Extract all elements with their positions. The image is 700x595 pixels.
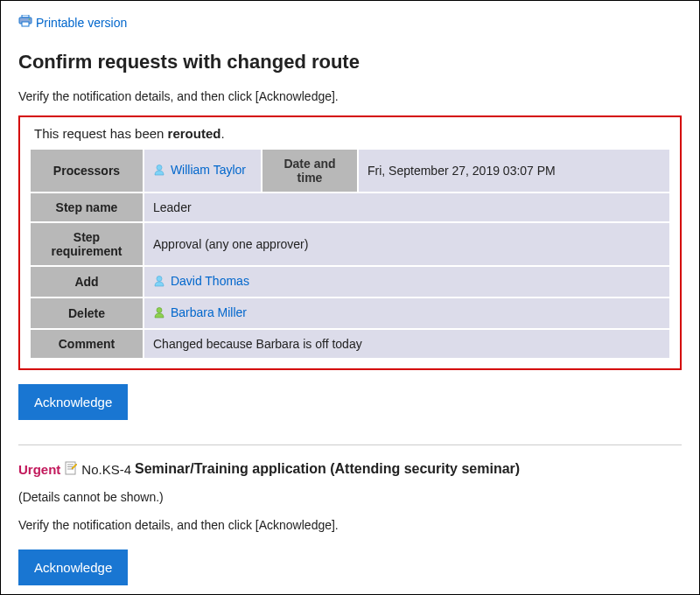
acknowledge-button[interactable]: Acknowledge <box>18 384 128 420</box>
document-icon <box>64 461 78 478</box>
printable-version-label: Printable version <box>36 16 127 30</box>
printable-version-link[interactable]: Printable version <box>18 15 127 30</box>
reroute-message: This request has been rerouted. <box>29 126 671 141</box>
processors-label: Processors <box>30 149 144 192</box>
document-number: No.KS-4 <box>81 462 131 477</box>
comment-value: Changed because Barbara is off today <box>144 329 670 359</box>
instruction-text-2: Verify the notification details, and the… <box>18 518 682 532</box>
details-hidden-text: (Details cannot be shown.) <box>18 490 682 504</box>
delete-user-link[interactable]: Barbara Miller <box>171 305 247 319</box>
steprequirement-value: Approval (any one approver) <box>144 222 670 266</box>
add-value: David Thomas <box>144 266 670 298</box>
svg-point-3 <box>29 18 31 20</box>
datetime-value: Fri, September 27, 2019 03:07 PM <box>358 149 670 192</box>
acknowledge-button-2[interactable]: Acknowledge <box>18 550 128 585</box>
processor-user-link[interactable]: William Taylor <box>171 163 246 177</box>
stepname-label: Step name <box>30 192 144 222</box>
urgent-label: Urgent <box>18 462 60 477</box>
processors-value: William Taylor <box>144 149 262 192</box>
person-icon <box>153 164 165 178</box>
second-request-header: Urgent No.KS-4 Seminar/Training applicat… <box>18 461 682 478</box>
person-icon <box>153 306 165 321</box>
comment-label: Comment <box>30 329 144 359</box>
section-divider <box>18 444 682 445</box>
datetime-label: Date and time <box>262 149 358 192</box>
delete-value: Barbara Miller <box>144 298 670 329</box>
add-label: Add <box>30 266 144 298</box>
delete-label: Delete <box>30 298 144 329</box>
svg-point-4 <box>157 164 162 170</box>
document-title: Seminar/Training application (Attending … <box>135 461 520 477</box>
svg-point-6 <box>157 307 162 312</box>
reroute-details-box: This request has been rerouted. Processo… <box>18 116 682 370</box>
stepname-value: Leader <box>144 192 670 222</box>
add-user-link[interactable]: David Thomas <box>171 274 249 288</box>
person-icon <box>153 275 165 290</box>
svg-rect-2 <box>22 22 29 26</box>
svg-point-5 <box>157 276 162 281</box>
printer-icon <box>18 15 32 30</box>
reroute-details-table: Processors William Taylor Date and time … <box>29 148 671 360</box>
instruction-text: Verify the notification details, and the… <box>18 89 682 103</box>
page-title: Confirm requests with changed route <box>18 51 682 74</box>
steprequirement-label: Step requirement <box>30 222 144 266</box>
